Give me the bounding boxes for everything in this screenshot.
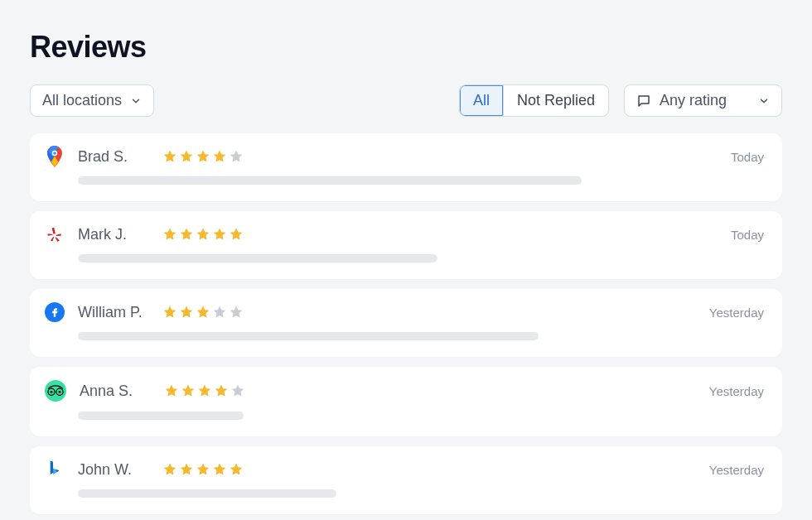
review-card[interactable]: Anna S.Yesterday	[30, 367, 782, 436]
review-time: Yesterday	[709, 463, 764, 477]
review-list: Brad S.TodayMark J.TodayWilliam P.Yester…	[30, 133, 782, 514]
star-rating	[162, 227, 244, 242]
reviewer-name: Mark J.	[78, 226, 152, 243]
reviewer-name: John W.	[78, 461, 152, 479]
review-header: Mark J.Today	[45, 224, 764, 244]
star-rating	[162, 149, 244, 164]
rating-dropdown-label: Any rating	[660, 92, 727, 109]
tab-not-replied[interactable]: Not Replied	[503, 85, 608, 116]
review-text-placeholder	[78, 489, 336, 498]
star-rating	[162, 305, 244, 320]
review-card[interactable]: Mark J.Today	[30, 211, 782, 279]
chevron-down-icon	[130, 95, 142, 107]
reviewer-name: Brad S.	[78, 148, 152, 166]
review-time: Yesterday	[709, 306, 764, 320]
review-time: Today	[731, 150, 764, 164]
svg-point-4	[51, 391, 53, 393]
rating-dropdown[interactable]: Any rating	[624, 84, 782, 117]
facebook-icon	[45, 302, 65, 322]
reviewer-name: Anna S.	[80, 383, 154, 400]
chevron-down-icon	[758, 95, 770, 107]
location-dropdown[interactable]: All locations	[30, 84, 154, 117]
location-dropdown-label: All locations	[42, 92, 122, 109]
yelp-icon	[45, 224, 65, 244]
reply-filter-tabs: All Not Replied	[459, 84, 609, 117]
google-maps-icon	[45, 147, 65, 166]
review-text-placeholder	[78, 176, 582, 185]
review-header: William P.Yesterday	[45, 302, 764, 322]
review-card[interactable]: Brad S.Today	[30, 133, 782, 201]
review-time: Today	[731, 228, 764, 242]
svg-point-5	[59, 391, 61, 393]
svg-point-1	[53, 152, 56, 155]
filter-bar: All locations All Not Replied Any rating	[30, 84, 782, 117]
review-text-placeholder	[78, 254, 437, 262]
tripadvisor-icon	[45, 380, 66, 402]
review-header: John W.Yesterday	[45, 460, 764, 479]
chat-icon	[636, 94, 651, 108]
page-title: Reviews	[30, 30, 782, 65]
reviewer-name: William P.	[78, 304, 152, 321]
review-time: Yesterday	[709, 384, 764, 398]
review-header: Brad S.Today	[45, 147, 764, 166]
review-card[interactable]: William P.Yesterday	[30, 289, 782, 357]
review-text-placeholder	[78, 332, 539, 340]
tab-all[interactable]: All	[460, 85, 503, 116]
review-text-placeholder	[78, 412, 244, 420]
star-rating	[164, 383, 245, 398]
star-rating	[162, 462, 244, 477]
review-card[interactable]: John W.Yesterday	[30, 446, 782, 514]
review-header: Anna S.Yesterday	[45, 380, 764, 402]
bing-icon	[45, 460, 65, 479]
